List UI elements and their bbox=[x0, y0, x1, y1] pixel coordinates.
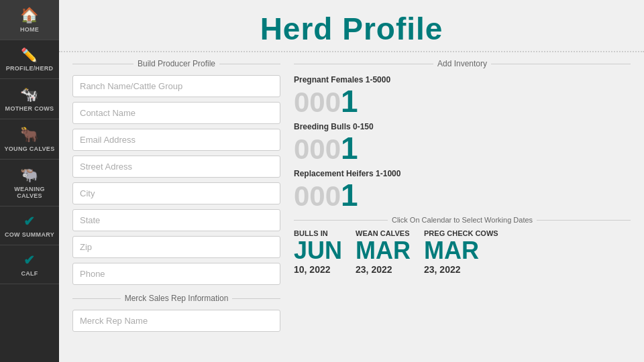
wean-calves-month: MAR bbox=[356, 237, 411, 264]
main-content: Herd Profile Build Producer Profile Merc… bbox=[59, 0, 644, 362]
sidebar-item-profile-herd[interactable]: ✏️ PROFILE/HERD bbox=[0, 40, 59, 79]
cal-line-left bbox=[294, 220, 388, 221]
inventory-header: Add Inventory bbox=[294, 59, 631, 68]
profile-herd-icon: ✏️ bbox=[21, 47, 38, 63]
weaning-calves-icon: 🐃 bbox=[20, 166, 39, 184]
header-line-left bbox=[72, 64, 133, 64]
page-title: Herd Profile bbox=[59, 11, 644, 47]
zip-input[interactable] bbox=[72, 236, 280, 258]
bulls-in-month: JUN bbox=[294, 237, 342, 264]
calendar-prompt: Click On Calendar to Select Working Date… bbox=[392, 216, 533, 224]
wean-calves-day-year: 23, 2022 bbox=[356, 264, 392, 275]
bulls-in-day-year: 10, 2022 bbox=[294, 264, 331, 275]
right-column: Add Inventory Pregnant Females 1-5000 00… bbox=[294, 59, 631, 355]
sidebar-item-mother-cows[interactable]: 🐄 MOTHER COWS bbox=[0, 79, 59, 119]
dates-row: BULLS IN JUN 10, 2022 WEAN CALVES MAR 23… bbox=[294, 229, 631, 275]
build-producer-title: Build Producer Profile bbox=[138, 59, 215, 68]
replacement-heifers-group: Replacement Heifers 1-1000 000 1 bbox=[294, 169, 631, 210]
preg-check-date: PREG CHECK COWS MAR 23, 2022 bbox=[424, 229, 498, 275]
left-column: Build Producer Profile Merck Sales Rep I… bbox=[72, 59, 280, 355]
pregnant-females-digits: 000 1 bbox=[294, 86, 631, 117]
sidebar-item-home[interactable]: 🏠 HOME bbox=[0, 0, 59, 40]
sidebar-item-young-calves-label: YOUNG CALVES bbox=[5, 145, 55, 152]
merck-line-left bbox=[72, 298, 121, 299]
city-input[interactable] bbox=[72, 182, 280, 204]
wean-calves-date: WEAN CALVES MAR 23, 2022 bbox=[356, 229, 411, 275]
replacement-heifers-zeros: 000 bbox=[294, 182, 341, 210]
pregnant-females-group: Pregnant Females 1-5000 000 1 bbox=[294, 75, 631, 117]
merck-rep-input[interactable] bbox=[72, 310, 280, 332]
breeding-bulls-group: Breeding Bulls 0-150 000 1 bbox=[294, 122, 631, 164]
calendar-header: Click On Calendar to Select Working Date… bbox=[294, 216, 631, 224]
replacement-heifers-one: 1 bbox=[341, 180, 358, 210]
sidebar-item-calf-label: CALF bbox=[21, 270, 38, 277]
contact-name-input[interactable] bbox=[72, 102, 280, 124]
inventory-title: Add Inventory bbox=[437, 59, 487, 68]
build-producer-header: Build Producer Profile bbox=[72, 59, 280, 68]
young-calves-icon: 🐂 bbox=[20, 126, 39, 143]
sidebar: 🏠 HOME ✏️ PROFILE/HERD 🐄 MOTHER COWS 🐂 Y… bbox=[0, 0, 59, 362]
sidebar-item-mother-cows-label: MOTHER COWS bbox=[5, 105, 54, 112]
mother-cows-icon: 🐄 bbox=[20, 86, 39, 103]
content-area: Build Producer Profile Merck Sales Rep I… bbox=[59, 52, 644, 362]
merck-line-right bbox=[232, 298, 280, 299]
preg-check-month: MAR bbox=[424, 237, 479, 264]
breeding-bulls-digits: 000 1 bbox=[294, 133, 631, 164]
header-line-right bbox=[219, 64, 280, 64]
cal-line-right bbox=[537, 220, 631, 221]
email-input[interactable] bbox=[72, 129, 280, 151]
bulls-in-date: BULLS IN JUN 10, 2022 bbox=[294, 229, 342, 275]
pregnant-females-one: 1 bbox=[341, 86, 358, 117]
page-title-section: Herd Profile bbox=[59, 0, 644, 52]
sidebar-item-calf[interactable]: ✔ CALF bbox=[0, 245, 59, 284]
replacement-heifers-label: Replacement Heifers 1-1000 bbox=[294, 169, 631, 178]
ranch-name-input[interactable] bbox=[72, 75, 280, 97]
calf-icon: ✔ bbox=[23, 252, 36, 268]
merck-title: Merck Sales Rep Information bbox=[125, 294, 229, 303]
cow-summary-icon: ✔ bbox=[23, 213, 36, 229]
sidebar-item-cow-summary-label: COW SUMMARY bbox=[5, 231, 54, 238]
preg-check-day-year: 23, 2022 bbox=[424, 264, 461, 275]
sidebar-item-young-calves[interactable]: 🐂 YOUNG CALVES bbox=[0, 119, 59, 160]
state-input[interactable] bbox=[72, 209, 280, 231]
sidebar-item-weaning-calves-label: WEANING CALVES bbox=[3, 186, 56, 199]
sidebar-item-profile-label: PROFILE/HERD bbox=[6, 65, 54, 72]
inv-line-right bbox=[491, 64, 631, 64]
sidebar-item-home-label: HOME bbox=[20, 26, 39, 33]
home-icon: 🏠 bbox=[20, 7, 39, 24]
sidebar-item-cow-summary[interactable]: ✔ COW SUMMARY bbox=[0, 206, 59, 245]
street-input[interactable] bbox=[72, 156, 280, 178]
breeding-bulls-label: Breeding Bulls 0-150 bbox=[294, 122, 631, 131]
sidebar-item-weaning-calves[interactable]: 🐃 WEANING CALVES bbox=[0, 160, 59, 206]
breeding-bulls-zeros: 000 bbox=[294, 135, 341, 164]
replacement-heifers-digits: 000 1 bbox=[294, 180, 631, 210]
pregnant-females-zeros: 000 bbox=[294, 88, 341, 117]
inv-line-left bbox=[294, 64, 433, 64]
phone-input[interactable] bbox=[72, 263, 280, 285]
breeding-bulls-one: 1 bbox=[341, 133, 358, 164]
pregnant-females-label: Pregnant Females 1-5000 bbox=[294, 75, 631, 84]
merck-header: Merck Sales Rep Information bbox=[72, 294, 280, 303]
